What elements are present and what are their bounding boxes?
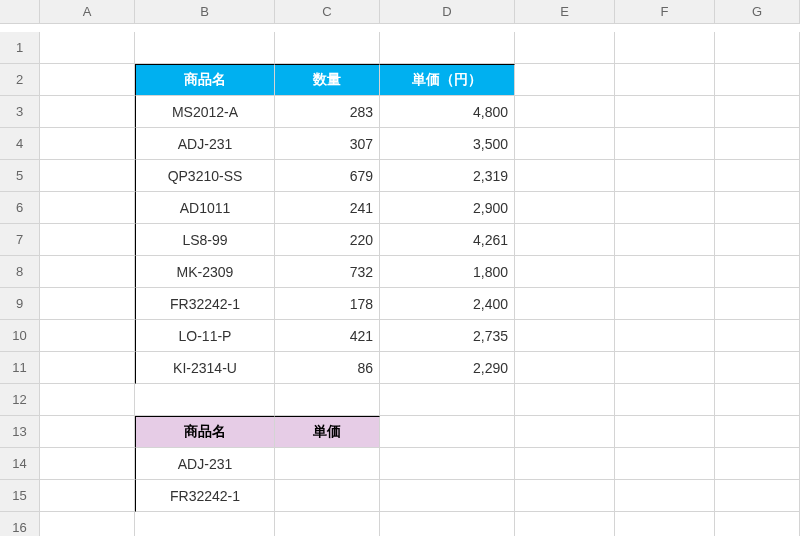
table2-header-price[interactable]: 単価 [275,416,380,448]
table1-row-2-quantity[interactable]: 679 [275,160,380,192]
cell-a1[interactable] [40,32,135,64]
row-header-7[interactable]: 7 [0,224,40,256]
table2-row-0-product[interactable]: ADJ-231 [135,448,275,480]
table1-row-4-price[interactable]: 4,261 [380,224,515,256]
cell-a10[interactable] [40,320,135,352]
row-header-6[interactable]: 6 [0,192,40,224]
row-header-4[interactable]: 4 [0,128,40,160]
table1-row-8-price[interactable]: 2,290 [380,352,515,384]
cell-g11[interactable] [715,352,800,384]
row-header-8[interactable]: 8 [0,256,40,288]
cell-g3[interactable] [715,96,800,128]
cell-f5[interactable] [615,160,715,192]
table1-row-3-quantity[interactable]: 241 [275,192,380,224]
table1-row-3-product[interactable]: AD1011 [135,192,275,224]
cell-f9[interactable] [615,288,715,320]
table2-row-1-price[interactable] [275,480,380,512]
table1-row-3-price[interactable]: 2,900 [380,192,515,224]
cell-b12[interactable] [135,384,275,416]
cell-a3[interactable] [40,96,135,128]
cell-e12[interactable] [515,384,615,416]
table1-row-7-product[interactable]: LO-11-P [135,320,275,352]
cell-e3[interactable] [515,96,615,128]
cell-e5[interactable] [515,160,615,192]
table1-header-quantity[interactable]: 数量 [275,64,380,96]
row-header-2[interactable]: 2 [0,64,40,96]
cell-g13[interactable] [715,416,800,448]
cell-f8[interactable] [615,256,715,288]
cell-f16[interactable] [615,512,715,536]
table1-row-1-price[interactable]: 3,500 [380,128,515,160]
cell-f3[interactable] [615,96,715,128]
cell-f4[interactable] [615,128,715,160]
table1-row-7-quantity[interactable]: 421 [275,320,380,352]
cell-g8[interactable] [715,256,800,288]
cell-g12[interactable] [715,384,800,416]
cell-f1[interactable] [615,32,715,64]
cell-a7[interactable] [40,224,135,256]
row-header-12[interactable]: 12 [0,384,40,416]
cell-c16[interactable] [275,512,380,536]
table1-row-2-price[interactable]: 2,319 [380,160,515,192]
col-header-a[interactable]: A [40,0,135,24]
cell-f7[interactable] [615,224,715,256]
col-header-d[interactable]: D [380,0,515,24]
cell-e15[interactable] [515,480,615,512]
cell-g1[interactable] [715,32,800,64]
cell-d12[interactable] [380,384,515,416]
cell-a9[interactable] [40,288,135,320]
table1-row-4-quantity[interactable]: 220 [275,224,380,256]
cell-e9[interactable] [515,288,615,320]
table1-header-price[interactable]: 単価（円） [380,64,515,96]
cell-g7[interactable] [715,224,800,256]
row-header-14[interactable]: 14 [0,448,40,480]
cell-g2[interactable] [715,64,800,96]
cell-g5[interactable] [715,160,800,192]
cell-e16[interactable] [515,512,615,536]
table1-row-6-price[interactable]: 2,400 [380,288,515,320]
col-header-f[interactable]: F [615,0,715,24]
table1-row-6-quantity[interactable]: 178 [275,288,380,320]
table1-row-8-quantity[interactable]: 86 [275,352,380,384]
cell-c12[interactable] [275,384,380,416]
cell-f2[interactable] [615,64,715,96]
cell-b1[interactable] [135,32,275,64]
cell-g4[interactable] [715,128,800,160]
cell-g6[interactable] [715,192,800,224]
cell-e8[interactable] [515,256,615,288]
table1-row-5-product[interactable]: MK-2309 [135,256,275,288]
cell-g14[interactable] [715,448,800,480]
cell-d14[interactable] [380,448,515,480]
table2-row-0-price[interactable] [275,448,380,480]
table1-row-8-product[interactable]: KI-2314-U [135,352,275,384]
table1-row-7-price[interactable]: 2,735 [380,320,515,352]
cell-e7[interactable] [515,224,615,256]
cell-f11[interactable] [615,352,715,384]
cell-e2[interactable] [515,64,615,96]
cell-d15[interactable] [380,480,515,512]
table2-row-1-product[interactable]: FR32242-1 [135,480,275,512]
select-all-corner[interactable] [0,0,40,24]
row-header-5[interactable]: 5 [0,160,40,192]
cell-d1[interactable] [380,32,515,64]
table1-row-6-product[interactable]: FR32242-1 [135,288,275,320]
table1-row-1-quantity[interactable]: 307 [275,128,380,160]
cell-f13[interactable] [615,416,715,448]
table1-row-4-product[interactable]: LS8-99 [135,224,275,256]
row-header-10[interactable]: 10 [0,320,40,352]
cell-e11[interactable] [515,352,615,384]
table1-row-5-price[interactable]: 1,800 [380,256,515,288]
cell-a5[interactable] [40,160,135,192]
col-header-g[interactable]: G [715,0,800,24]
cell-a2[interactable] [40,64,135,96]
cell-c1[interactable] [275,32,380,64]
cell-a4[interactable] [40,128,135,160]
table1-row-0-quantity[interactable]: 283 [275,96,380,128]
cell-g16[interactable] [715,512,800,536]
cell-e4[interactable] [515,128,615,160]
cell-a14[interactable] [40,448,135,480]
cell-g9[interactable] [715,288,800,320]
cell-f10[interactable] [615,320,715,352]
col-header-b[interactable]: B [135,0,275,24]
spreadsheet-grid[interactable]: A B C D E F G 1 2 商品名 数量 単価（円） 3 MS2012-… [0,0,800,536]
